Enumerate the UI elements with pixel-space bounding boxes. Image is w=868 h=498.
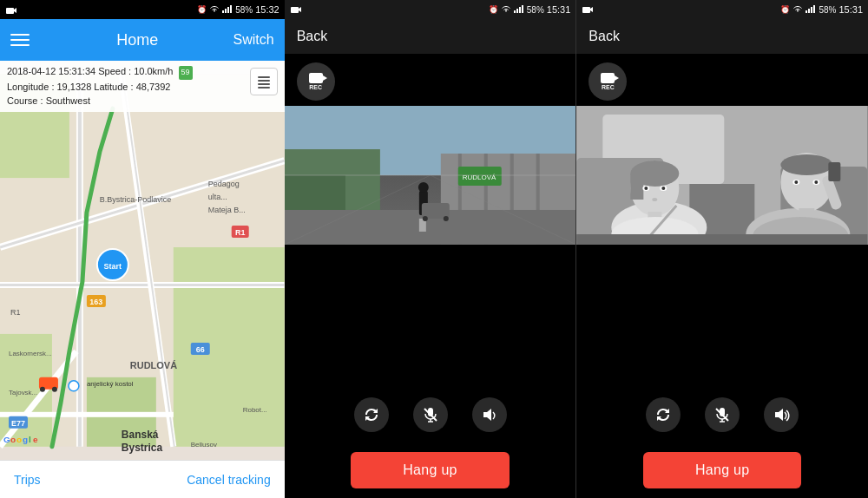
svg-text:Mateja B...: Mateja B... xyxy=(208,206,246,214)
speed-label: Speed : 10.0km/h xyxy=(98,66,173,76)
svg-point-77 xyxy=(418,182,429,193)
time-p3: 15:31 xyxy=(838,4,863,15)
longitude-label: Longitude : 19,1328 xyxy=(7,82,91,92)
microphone-icon-p3 xyxy=(713,406,731,423)
road-scene: RUDLOVÁ xyxy=(285,106,576,245)
svg-text:G: G xyxy=(3,435,10,444)
cam-icon-p3 xyxy=(582,2,594,17)
wifi-icon xyxy=(209,4,220,15)
status-bar-map: ⏰ 58% 15:32 xyxy=(0,0,285,19)
speaker-button-p3[interactable] xyxy=(764,397,799,432)
video-panel-road: ⏰ 58% 15:31 Back REC xyxy=(285,0,576,498)
svg-text:Bystrica: Bystrica xyxy=(122,442,163,454)
rec-button-p2[interactable]: REC xyxy=(297,62,335,101)
svg-marker-129 xyxy=(775,409,783,421)
svg-rect-91 xyxy=(806,10,807,13)
map-area[interactable]: Start 163 E77 66 B.Bystrica-Podlavice RU… xyxy=(0,61,285,460)
svg-rect-61 xyxy=(516,9,518,13)
info-line-1: 2018-04-12 15:31:34 Speed : 10.0km/h 59 xyxy=(7,64,278,80)
mute-button-p3[interactable] xyxy=(705,397,740,432)
svg-rect-60 xyxy=(514,10,516,13)
svg-marker-1 xyxy=(14,8,16,13)
svg-text:Banská: Banská xyxy=(122,429,159,441)
cancel-tracking-button[interactable]: Cancel tracking xyxy=(187,473,271,487)
video-controls-p2 xyxy=(285,387,576,442)
svg-text:e: e xyxy=(33,435,38,444)
rotate-button-p2[interactable] xyxy=(354,397,389,432)
alarm-icon: ⏰ xyxy=(197,5,207,14)
switch-button[interactable]: Switch xyxy=(233,32,274,48)
rotate-icon-p2 xyxy=(363,406,380,423)
rotate-icon-p3 xyxy=(654,406,672,423)
hang-up-bar-p3: Hang up xyxy=(576,442,868,498)
svg-rect-5 xyxy=(230,5,232,13)
microphone-icon-p2 xyxy=(422,406,439,423)
svg-rect-56 xyxy=(258,87,270,88)
map-svg: Start 163 E77 66 B.Bystrica-Podlavice RU… xyxy=(0,61,285,460)
svg-rect-58 xyxy=(291,7,299,13)
menu-line-1 xyxy=(10,34,30,36)
status-right-p3: ⏰ 58% 15:31 xyxy=(780,4,863,15)
back-button-p2[interactable]: Back xyxy=(297,29,328,44)
svg-text:RUDLOVÁ: RUDLOVÁ xyxy=(130,360,177,370)
status-bar-video1: ⏰ 58% 15:31 xyxy=(285,0,576,19)
video-panel-interior: ⏰ 58% 15:31 Back REC xyxy=(576,0,868,498)
battery-p3: 58% xyxy=(819,5,836,15)
svg-text:RUDLOVÁ: RUDLOVÁ xyxy=(462,174,496,181)
speaker-button-p2[interactable] xyxy=(472,397,507,432)
datetime-label: 2018-04-12 15:31:34 xyxy=(7,66,95,76)
svg-text:Robot...: Robot... xyxy=(243,406,267,414)
info-line-2: Longitude : 19,1328 Latitude : 48,7392 xyxy=(7,80,278,95)
app-title: Home xyxy=(42,31,233,49)
svg-rect-93 xyxy=(811,7,812,13)
svg-text:o: o xyxy=(10,435,16,444)
video-header-p3: Back xyxy=(576,19,868,54)
rec-cam-icon-p3 xyxy=(601,73,615,83)
latitude-label: Latitude : 48,7392 xyxy=(94,82,170,92)
back-button-p3[interactable]: Back xyxy=(589,29,620,44)
time-p2: 15:31 xyxy=(547,4,571,15)
app-bar: Home Switch xyxy=(0,19,285,61)
svg-text:E77: E77 xyxy=(11,419,25,428)
svg-text:Laskomersk...: Laskomersk... xyxy=(9,350,52,357)
layer-button[interactable] xyxy=(250,68,278,95)
menu-line-2 xyxy=(10,39,30,41)
status-right-p2: ⏰ 58% 15:31 xyxy=(489,4,571,15)
hang-up-button-p2[interactable]: Hang up xyxy=(351,452,510,488)
rotate-button-p3[interactable] xyxy=(646,397,681,432)
svg-rect-92 xyxy=(808,9,810,13)
svg-rect-89 xyxy=(582,7,590,13)
signal-icon-p3 xyxy=(806,4,816,15)
video-bottom-black-p2 xyxy=(285,245,576,387)
trips-button[interactable]: Trips xyxy=(14,473,41,487)
status-bar-video2: ⏰ 58% 15:31 xyxy=(576,0,868,19)
hang-up-button-p3[interactable]: Hang up xyxy=(643,452,802,488)
mute-button-p2[interactable] xyxy=(413,397,448,432)
svg-rect-2 xyxy=(222,10,224,13)
hang-up-bar-p2: Hang up xyxy=(285,442,576,498)
svg-marker-59 xyxy=(299,7,301,12)
rec-icon-p2: REC xyxy=(309,73,323,90)
svg-point-108 xyxy=(662,187,666,190)
svg-point-107 xyxy=(645,187,648,190)
video-bottom-black-p3 xyxy=(576,245,868,387)
svg-point-46 xyxy=(69,381,79,391)
menu-line-3 xyxy=(10,44,30,46)
svg-text:R1: R1 xyxy=(10,308,20,317)
svg-marker-88 xyxy=(483,409,491,421)
svg-point-119 xyxy=(815,180,819,184)
svg-text:Pedagog: Pedagog xyxy=(208,180,240,188)
svg-rect-0 xyxy=(6,8,14,14)
svg-text:o: o xyxy=(16,435,22,444)
svg-text:R1: R1 xyxy=(235,228,246,237)
status-bar-right-icons: ⏰ 58% 15:32 xyxy=(197,4,279,15)
svg-text:Start: Start xyxy=(104,262,122,271)
svg-rect-94 xyxy=(813,5,815,13)
menu-button[interactable] xyxy=(10,34,42,46)
svg-text:ulta...: ulta... xyxy=(208,193,227,201)
svg-rect-63 xyxy=(522,5,523,13)
svg-text:B.Bystrica-Podlavice: B.Bystrica-Podlavice xyxy=(100,195,171,204)
info-bar: 2018-04-12 15:31:34 Speed : 10.0km/h 59 … xyxy=(0,61,285,112)
svg-text:Bellusov: Bellusov xyxy=(191,441,217,449)
cam-icon-p2 xyxy=(290,2,302,17)
